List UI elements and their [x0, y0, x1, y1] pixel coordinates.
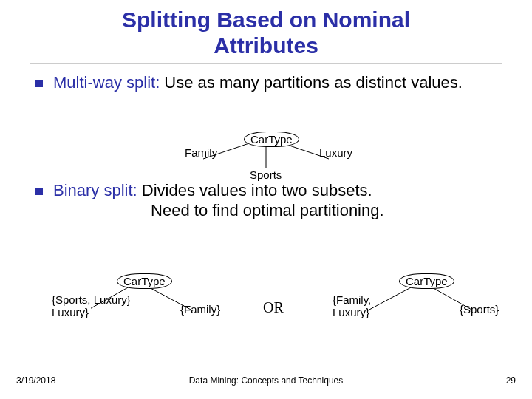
binary-right-node: CarType [399, 273, 454, 289]
slide-title: Splitting Based on Nominal Attributes [0, 0, 532, 58]
slide: Splitting Based on Nominal Attributes Mu… [0, 0, 532, 399]
multiway-node: CarType [244, 132, 299, 147]
bullet-binary-term: Binary split: [53, 181, 137, 200]
bullet-binary-rest-l2: Need to find optimal partitioning. [151, 201, 384, 219]
bullet-marker-icon [35, 80, 43, 87]
bullet-multiway-rest: Use as many partitions as distinct value… [160, 73, 463, 92]
or-label: OR [263, 299, 284, 316]
svg-line-5 [368, 287, 412, 310]
bullet-multiway-text: Multi-way split: Use as many partitions … [53, 72, 463, 93]
binary-right-rightlabel: {Sports} [460, 303, 499, 316]
bullet-multiway-term: Multi-way split: [53, 73, 160, 92]
multiway-left-label: Family [185, 146, 217, 159]
bullet-binary-rest-l1: Divides values into two subsets. [137, 181, 372, 200]
multiway-right-label: Luxury [319, 146, 352, 159]
title-rule [30, 63, 502, 65]
footer-page: 29 [506, 375, 516, 386]
binary-right-leftlabel-wrap: {Family,Luxury} [332, 294, 371, 318]
binary-left-rightlabel: {Family} [180, 303, 220, 316]
bullet-binary-text: Binary split: Divides values into two su… [53, 180, 384, 221]
title-line1: Splitting Based on Nominal [122, 7, 410, 32]
bullet-multiway: Multi-way split: Use as many partitions … [0, 68, 532, 93]
binary-left-leftlabel-wrap: {Sports,Luxury} [52, 294, 91, 318]
bullet-marker-icon [35, 188, 43, 195]
multiway-mid-label: Sports [250, 168, 282, 181]
footer-center: Data Mining: Concepts and Techniques [0, 375, 532, 386]
bullet-binary: Binary split: Divides values into two su… [0, 176, 532, 221]
title-line2: Attributes [214, 33, 318, 58]
binary-left-node: CarType [117, 273, 172, 289]
